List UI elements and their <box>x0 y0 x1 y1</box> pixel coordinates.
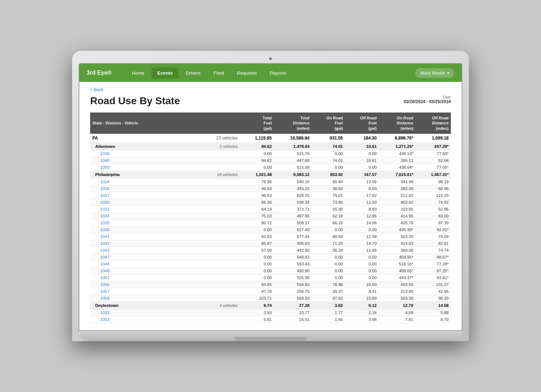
state-on-road-fuel: 931.55 <box>312 134 345 143</box>
vehicle-off-road-dist: 83.00 <box>415 212 451 219</box>
col-header-on-road-dist: On RoadDistance(miles) <box>379 113 415 134</box>
vehicle-total-dist: 577.44 <box>274 233 312 240</box>
table-row-state: PA 23 vehicles 1,115.85 10,588.94 931.55… <box>90 134 451 143</box>
division-total-fuel: 84.62 <box>240 142 274 150</box>
vehicle-off-road-fuel: 16.00 <box>345 281 379 288</box>
state-off-road-dist: 1,689.18 <box>415 134 451 143</box>
vehicle-on-road-fuel: 0.00 <box>312 267 345 274</box>
brand-logo: 3rd Eye® <box>87 70 112 76</box>
vehicle-col2 <box>198 281 240 288</box>
laptop-base <box>79 331 462 341</box>
table-row: 1036 0.00 527.40 0.00 0.00 435.39* 92.01… <box>90 226 451 233</box>
table-row: 1047 0.00 548.62 0.00 0.00 459.95* 88.67… <box>90 254 451 260</box>
nav-fleet[interactable]: Fleet <box>208 67 230 79</box>
vehicle-total-fuel: 0.00 <box>240 267 274 274</box>
col-header-off-road-fuel: Off RoadFuel(gal) <box>345 113 379 134</box>
vehicle-total-dist: 515.08 <box>274 164 312 171</box>
vehicle-total-fuel: 103.71 <box>240 295 274 301</box>
vehicle-total-fuel: 85.97 <box>240 240 274 247</box>
nav-events[interactable]: Events <box>151 67 179 79</box>
navbar: 3rd Eye® Home Events Drivers Fleet Reque… <box>79 64 462 82</box>
nav-home[interactable]: Home <box>126 67 150 79</box>
vehicle-on-road-fuel: 79.01 <box>312 192 345 199</box>
vehicle-id: 1058 <box>90 295 198 301</box>
vehicle-id: 1026 <box>90 185 198 192</box>
date-label: Date <box>404 95 451 99</box>
page-header: Road Use By State Date 03/20/2024 - 03/2… <box>90 95 451 107</box>
nav-reports[interactable]: Reports <box>264 67 292 79</box>
vehicle-total-dist: 442.80 <box>274 247 312 254</box>
table-row: 1053 5.81 16.51 1.85 3.96 7.81 8.70 <box>90 316 451 323</box>
vehicle-col2 <box>198 233 240 240</box>
table-row: 1034 75.03 497.95 62.18 12.86 414.95 83.… <box>90 212 451 219</box>
table-row: 1032 3.93 10.77 1.77 2.16 4.89 5.88 <box>90 309 451 316</box>
table-row: 1043 67.00 442.80 55.34 11.66 368.06 74.… <box>90 247 451 254</box>
vehicle-total-dist: 496.63 <box>274 240 312 247</box>
vehicle-on-road-dist: 414.03 <box>379 240 415 247</box>
vehicle-on-road-dist: 408.65* <box>379 267 415 274</box>
vehicle-off-road-fuel: 12.50 <box>345 199 379 206</box>
vehicle-on-road-dist: 438.04* <box>379 164 415 171</box>
vehicle-on-road-dist: 516.16* <box>379 260 415 267</box>
vehicle-total-fuel: 75.03 <box>240 212 274 219</box>
vehicle-id: 1031 <box>90 206 198 212</box>
division-on-road-fuel: 853.92 <box>312 171 345 178</box>
nav-drivers[interactable]: Drivers <box>180 67 206 79</box>
vehicle-off-road-dist: 88.67* <box>415 254 451 260</box>
laptop-frame: 3rd Eye® Home Events Drivers Fleet Reque… <box>72 51 469 341</box>
col-header-on-road-fuel: On RoadFuel(gal) <box>312 113 345 134</box>
vehicle-on-road-fuel: 73.86 <box>312 199 345 206</box>
vehicle-total-dist: 343.25 <box>274 185 312 192</box>
vehicle-total-dist: 447.68 <box>274 157 312 164</box>
vehicle-total-dist: 495.90 <box>274 267 312 274</box>
vehicle-off-road-dist: 5.88 <box>415 309 451 316</box>
back-button[interactable]: < Back <box>90 87 104 92</box>
division-name: Philadelphia <box>90 171 198 178</box>
vehicle-total-dist: 593.50 <box>274 295 312 301</box>
col-header-vehicles <box>198 113 240 134</box>
vehicle-off-road-fuel: 0.00 <box>345 267 379 274</box>
table-row: 1030 86.36 538.34 73.86 12.50 463.42 74.… <box>90 199 451 206</box>
vehicle-on-road-dist: 441.98 <box>379 178 415 185</box>
vehicle-total-fuel: 46.64 <box>240 185 274 192</box>
table-row-division: Philadelphia 18 vehicles 1,021.48 9,083.… <box>90 171 451 178</box>
vehicle-off-road-fuel: 15.89 <box>345 295 379 301</box>
vehicle-on-road-fuel: 1.77 <box>312 309 345 316</box>
user-menu[interactable]: Mary Martin <box>415 68 454 78</box>
vehicle-off-road-fuel: 0.00 <box>345 260 379 267</box>
vehicle-off-road-fuel: 13.56 <box>345 178 379 185</box>
vehicle-id: 1053 <box>90 316 198 323</box>
vehicle-total-fuel: 80.72 <box>240 219 274 226</box>
division-off-road-dist: 14.58 <box>415 301 451 309</box>
vehicle-id: 1043 <box>90 247 198 254</box>
vehicle-off-road-fuel: 12.86 <box>345 212 379 219</box>
table-row: 1050 0.00 515.08 0.00 0.00 438.04* 77.05… <box>90 164 451 171</box>
division-off-road-fuel: 10.61 <box>345 142 379 150</box>
vehicle-col2 <box>198 240 240 247</box>
vehicle-id: 1051 <box>90 274 198 281</box>
state-off-road-fuel: 184.30 <box>345 134 379 143</box>
vehicle-total-fuel: 0.00 <box>240 226 274 233</box>
vehicle-off-road-fuel: 14.70 <box>345 240 379 247</box>
vehicle-on-road-fuel: 80.64 <box>312 233 345 240</box>
vehicle-on-road-dist: 4.89 <box>379 309 415 316</box>
vehicle-on-road-dist: 414.95 <box>379 212 415 219</box>
table-row: 1057 47.78 256.75 39.37 8.41 213.80 42.9… <box>90 288 451 295</box>
vehicle-off-road-fuel: 0.00 <box>345 150 379 157</box>
vehicle-total-fuel: 3.93 <box>240 309 274 316</box>
vehicle-id: 1036 <box>90 226 198 233</box>
vehicle-on-road-dist: 438.10* <box>379 150 415 157</box>
division-off-road-fuel: 167.57 <box>345 171 379 178</box>
vehicle-total-dist: 594.83 <box>274 281 312 288</box>
vehicle-off-road-fuel: 8.00 <box>345 185 379 192</box>
vehicle-total-fuel: 0.00 <box>240 260 274 267</box>
vehicle-off-road-dist: 115.33 <box>415 192 451 199</box>
vehicle-off-road-fuel: 14.56 <box>345 219 379 226</box>
vehicle-id: 1035 <box>90 219 198 226</box>
col-header-off-road-dist: Off RoadDistance(miles) <box>415 113 451 134</box>
nav-requests[interactable]: Requests <box>231 67 263 79</box>
vehicle-off-road-fuel: 17.62 <box>345 192 379 199</box>
vehicle-total-fuel: 67.00 <box>240 247 274 254</box>
vehicle-on-road-dist: 319.85 <box>379 206 415 212</box>
vehicle-total-fuel: 64.19 <box>240 206 274 212</box>
